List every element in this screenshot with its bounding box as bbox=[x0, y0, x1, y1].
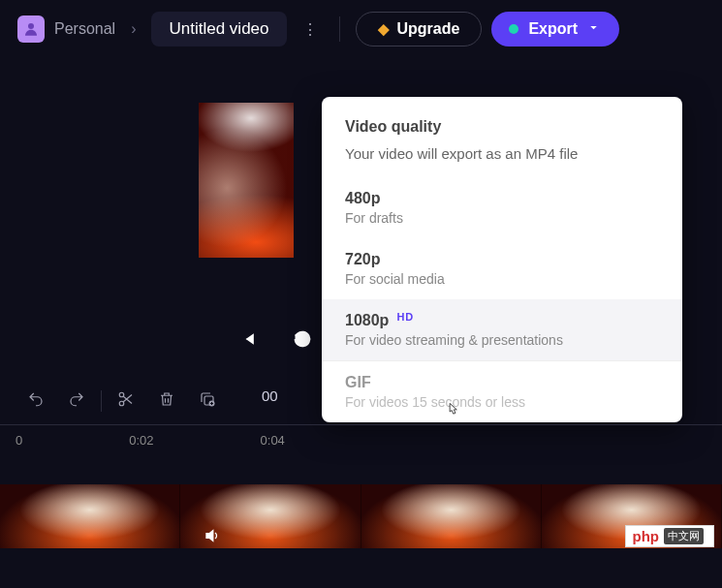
status-dot-icon bbox=[509, 24, 518, 34]
quality-option-gif[interactable]: GIF For videos 15 seconds or less bbox=[322, 361, 682, 422]
badge-text: php bbox=[633, 528, 660, 544]
video-preview bbox=[199, 103, 294, 258]
chevron-down-icon bbox=[587, 20, 600, 38]
refresh-icon[interactable] bbox=[293, 329, 312, 353]
person-icon bbox=[22, 20, 40, 38]
divider bbox=[339, 16, 340, 42]
quality-option-720p[interactable]: 720p For social media bbox=[322, 238, 682, 299]
watermark-badge: php 中文网 bbox=[625, 525, 715, 547]
hd-badge: HD bbox=[396, 311, 414, 323]
more-menu-button[interactable]: ⋮ bbox=[297, 20, 324, 39]
option-desc: For videos 15 seconds or less bbox=[345, 394, 659, 410]
option-label: 1080p bbox=[345, 312, 389, 329]
timeline-video-track[interactable] bbox=[0, 484, 722, 548]
option-label: 480p bbox=[345, 190, 380, 207]
dropdown-subtitle: Your video will export as an MP4 file bbox=[322, 145, 682, 177]
timeline-tick: 0 bbox=[16, 433, 22, 448]
workspace-name[interactable]: Personal bbox=[54, 20, 115, 38]
timeline-ruler[interactable]: 0 0:02 0:04 bbox=[0, 424, 722, 455]
undo-button[interactable] bbox=[16, 383, 56, 419]
chevron-right-icon: › bbox=[125, 20, 141, 38]
export-label: Export bbox=[528, 20, 578, 38]
quality-option-480p[interactable]: 480p For drafts bbox=[322, 177, 682, 238]
export-button[interactable]: Export bbox=[491, 12, 619, 46]
duplicate-button[interactable] bbox=[187, 383, 228, 419]
workspace-avatar[interactable] bbox=[17, 15, 45, 43]
svg-point-0 bbox=[28, 23, 34, 29]
timeline-tick: 0:02 bbox=[129, 433, 153, 448]
clip-thumbnail bbox=[361, 484, 542, 548]
diamond-icon: ◆ bbox=[378, 20, 390, 38]
dropdown-title: Video quality bbox=[322, 118, 682, 145]
volume-icon[interactable] bbox=[204, 527, 221, 548]
option-label: GIF bbox=[345, 374, 371, 391]
badge-cn: 中文网 bbox=[664, 528, 704, 544]
timeline-current-time: 00 bbox=[262, 387, 278, 404]
upgrade-label: Upgrade bbox=[397, 20, 460, 38]
option-desc: For social media bbox=[345, 271, 659, 287]
option-desc: For video streaming & presentations bbox=[345, 332, 659, 348]
editor-toolbar bbox=[0, 383, 228, 419]
option-desc: For drafts bbox=[345, 210, 659, 226]
quality-option-1080p[interactable]: 1080p HD For video streaming & presentat… bbox=[322, 299, 682, 360]
redo-button[interactable] bbox=[56, 383, 97, 419]
timeline-tick: 0:04 bbox=[261, 433, 285, 448]
clip-thumbnail bbox=[0, 484, 180, 548]
divider bbox=[101, 390, 102, 412]
prev-button[interactable] bbox=[238, 329, 258, 353]
delete-button[interactable] bbox=[146, 383, 187, 419]
split-button[interactable] bbox=[106, 383, 146, 419]
video-title[interactable]: Untitled video bbox=[151, 12, 286, 46]
export-quality-dropdown: Video quality Your video will export as … bbox=[322, 97, 682, 422]
upgrade-button[interactable]: ◆ Upgrade bbox=[356, 12, 483, 46]
option-label: 720p bbox=[345, 251, 380, 268]
